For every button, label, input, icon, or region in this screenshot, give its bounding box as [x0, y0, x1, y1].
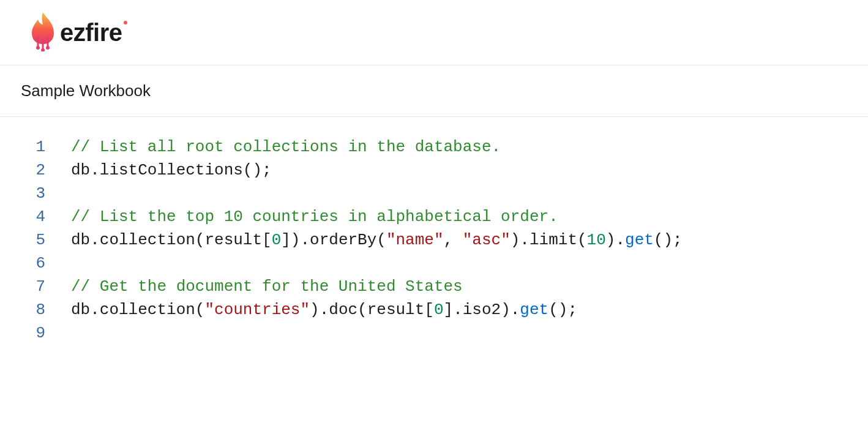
svg-point-5 [46, 46, 50, 50]
code-editor[interactable]: 123456789 // List all root collections i… [0, 117, 868, 345]
code-line[interactable] [71, 321, 868, 345]
code-token: // List the top 10 countries in alphabet… [71, 208, 558, 226]
code-line[interactable]: // List all root collections in the data… [71, 135, 868, 159]
code-token: (); [548, 301, 577, 319]
code-token: ).limit( [511, 231, 587, 249]
code-line[interactable]: db.collection("countries").doc(result[0]… [71, 298, 868, 321]
page-title: Sample Workbook [21, 81, 847, 100]
line-number: 1 [0, 135, 45, 159]
line-number: 3 [0, 182, 45, 205]
brand-name: ezfire [60, 19, 122, 47]
code-token: ). [606, 231, 625, 249]
code-token: db.collection(result[ [71, 231, 272, 249]
line-number: 4 [0, 205, 45, 228]
line-number: 6 [0, 252, 45, 275]
code-line[interactable]: db.collection(result[0]).orderBy("name",… [71, 228, 868, 252]
line-number: 7 [0, 275, 45, 298]
code-line[interactable]: // Get the document for the United State… [71, 275, 868, 298]
line-number-gutter: 123456789 [0, 135, 60, 345]
code-token: ).doc(result[ [310, 301, 434, 319]
code-line[interactable]: // List the top 10 countries in alphabet… [71, 205, 868, 228]
header: ezfire [0, 0, 868, 66]
code-token: 10 [587, 231, 606, 249]
code-token: "countries" [204, 301, 310, 319]
line-number: 5 [0, 228, 45, 252]
code-content[interactable]: // List all root collections in the data… [60, 135, 868, 345]
code-token: 0 [434, 301, 444, 319]
code-token: (); [654, 231, 683, 249]
code-line[interactable] [71, 252, 868, 275]
title-bar: Sample Workbook [0, 66, 868, 117]
brand-dot-icon [124, 21, 127, 24]
code-line[interactable]: db.listCollections(); [71, 159, 868, 182]
code-line[interactable] [71, 182, 868, 205]
line-number: 9 [0, 321, 45, 345]
code-token: get [520, 301, 548, 319]
line-number: 2 [0, 159, 45, 182]
code-token: // Get the document for the United State… [71, 277, 463, 296]
code-token: 0 [272, 231, 282, 249]
flame-icon [29, 11, 56, 54]
code-token: db.listCollections(); [71, 161, 272, 179]
code-token: "name" [386, 231, 444, 249]
svg-point-3 [36, 46, 40, 50]
line-number: 8 [0, 298, 45, 321]
code-token: "asc" [463, 231, 511, 249]
svg-point-4 [41, 48, 45, 51]
code-token: get [625, 231, 654, 249]
code-token: , [444, 231, 463, 249]
code-token: ].iso2). [444, 301, 520, 319]
code-token: ]).orderBy( [281, 231, 386, 249]
code-token: db.collection( [71, 301, 204, 319]
brand-logo[interactable]: ezfire [29, 11, 127, 54]
code-token: // List all root collections in the data… [71, 138, 501, 156]
